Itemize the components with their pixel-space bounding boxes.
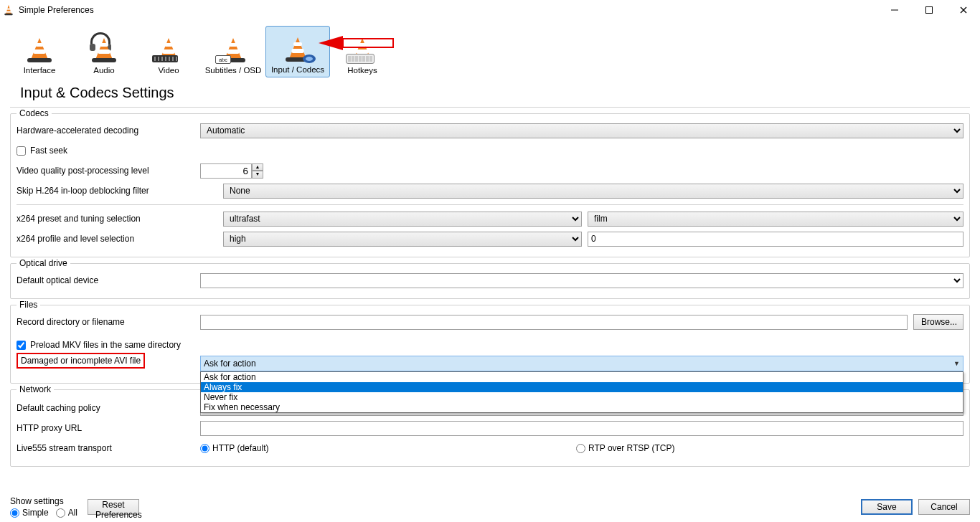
tab-video[interactable]: Video xyxy=(136,26,201,77)
transport-http-label: HTTP (default) xyxy=(212,443,268,453)
tab-interface[interactable]: Interface xyxy=(7,26,72,77)
preload-mkv-input[interactable] xyxy=(17,341,26,350)
x264-profile-select[interactable]: high xyxy=(223,232,582,247)
tab-audio-label: Audio xyxy=(93,66,114,75)
damaged-avi-dropdown-list: Ask for action Always fix Never fix Fix … xyxy=(200,371,963,413)
cone-codec-icon xyxy=(286,34,310,62)
group-optical: Optical drive Default optical device xyxy=(10,263,970,299)
cancel-button[interactable]: Cancel xyxy=(918,499,970,515)
preload-mkv-label: Preload MKV files in the same directory xyxy=(30,340,181,350)
cone-icon xyxy=(27,35,52,62)
caching-policy-label: Default caching policy xyxy=(17,403,200,413)
damaged-avi-selected: Ask for action xyxy=(204,359,256,369)
damaged-avi-option-when[interactable]: Fix when necessary xyxy=(201,402,963,412)
tab-audio[interactable]: Audio xyxy=(72,26,136,77)
damaged-avi-option-never[interactable]: Never fix xyxy=(201,392,963,402)
svg-rect-2 xyxy=(6,11,11,13)
skip-deblocking-label: Skip H.264 in-loop deblocking filter xyxy=(17,186,223,196)
video-quality-input[interactable] xyxy=(200,163,252,179)
svg-rect-1 xyxy=(7,9,11,10)
transport-rtsp-label: RTP over RTSP (TCP) xyxy=(588,443,674,453)
transport-label: Live555 stream transport xyxy=(17,443,200,453)
group-files: Files Record directory or filename Brows… xyxy=(10,305,970,384)
chevron-down-icon: ▼ xyxy=(953,360,960,367)
svg-point-9 xyxy=(306,57,313,61)
tab-hotkeys[interactable]: Hotkeys xyxy=(330,26,395,77)
default-optical-select[interactable] xyxy=(200,273,963,288)
group-codecs-legend: Codecs xyxy=(17,108,52,118)
tab-input-codecs[interactable]: Input / Codecs xyxy=(265,26,330,77)
fast-seek-checkbox[interactable]: Fast seek xyxy=(17,146,67,156)
fast-seek-input[interactable] xyxy=(17,146,26,156)
spin-up-button[interactable]: ▲ xyxy=(252,163,263,171)
video-quality-label: Video quality post-processing level xyxy=(17,166,200,176)
show-settings-label: Show settings xyxy=(10,496,77,506)
tab-hotkeys-label: Hotkeys xyxy=(347,66,377,75)
title-bar: Simple Preferences xyxy=(0,0,980,20)
cone-film-icon xyxy=(156,35,181,62)
spin-down-button[interactable]: ▼ xyxy=(252,171,263,179)
show-settings-simple-radio[interactable]: Simple xyxy=(10,508,49,518)
damaged-avi-select[interactable]: Ask for action ▼ Ask for action Always f… xyxy=(200,356,963,371)
maximize-button[interactable] xyxy=(920,3,938,17)
browse-button[interactable]: Browse... xyxy=(913,314,963,330)
reset-preferences-button[interactable]: Reset Preferences xyxy=(88,499,139,515)
group-optical-legend: Optical drive xyxy=(17,258,70,268)
category-tabs: Interface Audio Video abc Subtitles / OS… xyxy=(0,20,980,77)
transport-http-radio[interactable]: HTTP (default) xyxy=(200,443,576,453)
damaged-avi-option-ask[interactable]: Ask for action xyxy=(201,372,963,382)
close-button[interactable] xyxy=(954,3,973,17)
damaged-avi-option-always[interactable]: Always fix xyxy=(201,382,963,392)
x264-preset-label: x264 preset and tuning selection xyxy=(17,214,223,224)
show-settings-group: Show settings Simple All xyxy=(10,496,77,518)
record-dir-input[interactable] xyxy=(200,315,908,330)
page-heading: Input & Codecs Settings xyxy=(10,77,970,108)
tab-video-label: Video xyxy=(158,66,179,75)
cone-keyboard-icon xyxy=(350,35,374,62)
group-network-legend: Network xyxy=(17,384,54,394)
hw-decoding-label: Hardware-accelerated decoding xyxy=(17,125,200,136)
hw-decoding-select[interactable]: Automatic xyxy=(200,123,963,138)
x264-tune-select[interactable]: film xyxy=(588,212,963,227)
x264-level-input[interactable] xyxy=(588,232,963,247)
video-quality-spinbox[interactable]: ▲▼ xyxy=(200,163,265,179)
save-button[interactable]: Save xyxy=(861,499,913,515)
footer: Show settings Simple All Reset Preferenc… xyxy=(0,492,980,522)
cone-subtitles-icon: abc xyxy=(221,35,245,62)
vlc-cone-icon xyxy=(3,4,14,16)
http-proxy-label: HTTP proxy URL xyxy=(17,423,200,433)
cone-headphones-icon xyxy=(92,35,116,62)
damaged-avi-label: Damaged or incomplete AVI file xyxy=(17,353,145,369)
window-title: Simple Preferences xyxy=(19,5,885,15)
group-files-legend: Files xyxy=(17,300,40,310)
x264-profile-label: x264 profile and level selection xyxy=(17,234,223,244)
skip-deblocking-select[interactable]: None xyxy=(223,184,963,199)
tab-input-codecs-label: Input / Codecs xyxy=(271,65,324,74)
http-proxy-input[interactable] xyxy=(200,421,963,436)
svg-rect-3 xyxy=(4,14,12,15)
preload-mkv-checkbox[interactable]: Preload MKV files in the same directory xyxy=(17,340,181,350)
show-settings-all-radio[interactable]: All xyxy=(56,508,77,518)
transport-rtsp-radio[interactable]: RTP over RTSP (TCP) xyxy=(576,443,674,453)
svg-rect-5 xyxy=(926,7,933,14)
group-codecs: Codecs Hardware-accelerated decoding Aut… xyxy=(10,113,970,257)
tab-interface-label: Interface xyxy=(24,66,56,75)
x264-preset-select[interactable]: ultrafast xyxy=(223,212,582,227)
default-optical-label: Default optical device xyxy=(17,275,200,285)
fast-seek-label: Fast seek xyxy=(30,146,67,156)
record-dir-label: Record directory or filename xyxy=(17,317,200,327)
minimize-button[interactable] xyxy=(885,3,904,17)
tab-subtitles[interactable]: abc Subtitles / OSD xyxy=(201,26,265,77)
tab-subtitles-label: Subtitles / OSD xyxy=(205,66,262,75)
